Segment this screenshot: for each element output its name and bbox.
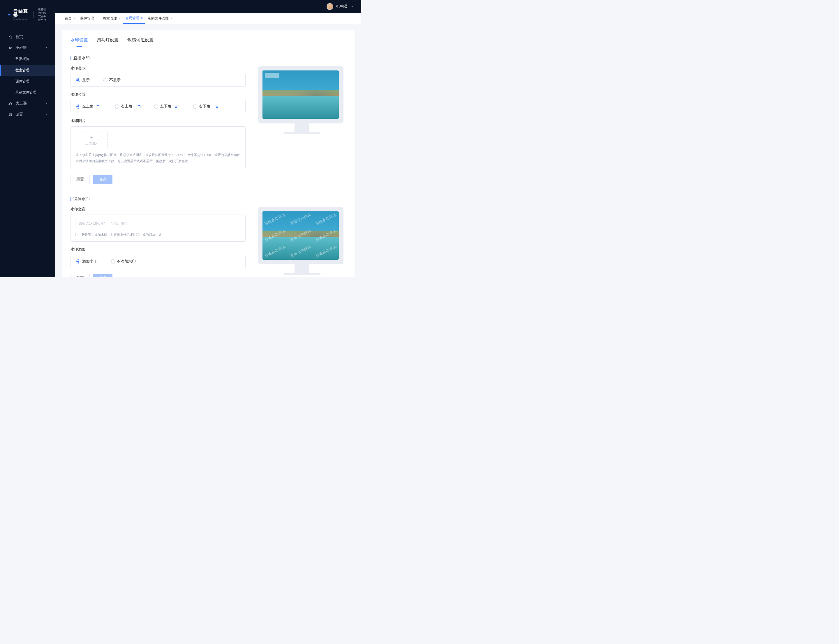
nav-big-class[interactable]: 大班课: [0, 98, 55, 109]
image-label: 水印图片: [71, 118, 246, 123]
save-button-2[interactable]: 保存: [93, 274, 112, 278]
top-header: 机构员: [55, 0, 361, 13]
radio-hide[interactable]: 不显示: [104, 78, 120, 83]
user-dropdown[interactable]: [351, 5, 354, 8]
chevron-down-icon: [45, 112, 48, 117]
section-live-watermark-title: 直播水印: [71, 56, 346, 61]
logo-domain: yunduoketang.com: [13, 18, 28, 20]
users-icon: [8, 46, 13, 50]
radio-bottom-right[interactable]: 右下角: [193, 104, 218, 109]
nav-settings[interactable]: 设置: [0, 109, 55, 120]
reset-button[interactable]: 重置: [71, 175, 90, 184]
upload-button[interactable]: + 上传图片: [76, 131, 107, 149]
username: 机构员: [336, 4, 348, 9]
display-label: 水印显示: [71, 66, 246, 71]
chevron-down-icon: [45, 101, 48, 106]
display-options: 显示 不显示: [71, 74, 246, 87]
nav-recording-manage[interactable]: 录制文件管理: [0, 87, 55, 98]
nav-classroom-manage[interactable]: 教室管理: [0, 65, 55, 76]
upload-section: + 上传图片 注：水印只支持png格式图片，且必须为透明底。建议最佳图片尺寸：1…: [71, 127, 246, 169]
radio-bottom-left[interactable]: 左下角: [154, 104, 179, 109]
section-courseware-watermark-title: 课件水印: [71, 197, 346, 202]
logo: 云朵直播 yunduoketang.com 教育机构一站 式服务云平台: [0, 0, 55, 28]
preview-screen-2: 直播水印样本直播水印样本直播水印样本 直播水印样本直播水印样本直播水印样本 直播…: [262, 211, 339, 260]
position-options: 左上角 右上角 左下角 右下角: [71, 100, 246, 113]
gear-icon: [8, 112, 13, 117]
tab-global[interactable]: 全局管理×: [123, 13, 145, 23]
tab-recording[interactable]: 录制文件管理×: [146, 13, 174, 24]
nav-courseware-manage[interactable]: 课件管理: [0, 76, 55, 87]
subtab-sensitive[interactable]: 敏感词汇设置: [127, 37, 153, 47]
pos-br-icon: [214, 105, 218, 108]
pos-tl-icon: [97, 105, 101, 108]
radio-top-right[interactable]: 右上角: [115, 104, 140, 109]
reset-button-2[interactable]: 重置: [71, 274, 90, 278]
chevron-up-icon: [45, 46, 48, 50]
tab-courseware[interactable]: 课件管理×: [78, 13, 100, 24]
sub-tabs: 水印设置 跑马灯设置 敏感词汇设置: [71, 37, 346, 47]
svg-point-2: [11, 47, 12, 48]
page-tabs: 首页× 课件管理× 教室管理× 全局管理× 录制文件管理×: [55, 13, 361, 24]
logo-name: 云朵直播: [13, 9, 28, 18]
avatar[interactable]: [326, 3, 333, 10]
nav-data-overview[interactable]: 数据概览: [0, 54, 55, 65]
close-icon[interactable]: ×: [96, 17, 97, 20]
upload-hint: 注：水印只支持png格式图片，且必须为透明底。建议最佳图片尺寸：174*80，大…: [76, 152, 240, 164]
nav-home[interactable]: 首页: [0, 31, 55, 43]
sidebar: 云朵直播 yunduoketang.com 教育机构一站 式服务云平台 首页 小…: [0, 0, 55, 277]
tab-home[interactable]: 首页×: [63, 13, 77, 24]
svg-point-4: [9, 103, 9, 104]
plus-icon: +: [90, 135, 93, 141]
pos-tr-icon: [136, 105, 140, 108]
main: 机构员 首页× 课件管理× 教室管理× 全局管理× 录制文件管理× 水印设置 跑…: [55, 0, 361, 277]
close-icon[interactable]: ×: [141, 16, 143, 20]
add-options: 添加水印 不添加水印: [71, 255, 246, 268]
text-hint: 注：若设置为添加水印，对直播上传的课件和生成的回放生效: [75, 232, 241, 238]
position-label: 水印位置: [71, 92, 246, 97]
group-icon: [8, 101, 13, 106]
svg-point-5: [11, 103, 12, 104]
text-label: 水印文案: [71, 207, 246, 212]
preview-monitor-courseware: 直播水印样本直播水印样本直播水印样本 直播水印样本直播水印样本直播水印样本 直播…: [258, 207, 343, 264]
close-icon[interactable]: ×: [73, 17, 75, 20]
add-label: 水印添加: [71, 247, 246, 252]
close-icon[interactable]: ×: [119, 17, 120, 20]
svg-point-1: [9, 47, 10, 48]
close-icon[interactable]: ×: [170, 17, 172, 20]
preview-screen: [262, 71, 339, 119]
radio-show[interactable]: 显示: [76, 78, 90, 83]
subtab-watermark[interactable]: 水印设置: [71, 37, 88, 47]
home-icon: [8, 35, 13, 39]
watermark-text-input[interactable]: [75, 219, 140, 228]
subtab-marquee[interactable]: 跑马灯设置: [97, 37, 119, 47]
watermark-preview-box: [265, 73, 279, 78]
pos-bl-icon: [175, 105, 179, 108]
preview-monitor-live: [258, 66, 343, 123]
sidebar-nav: 首页 小班课 数据概览 教室管理 课件管理 录制文件管理 大班课 设置: [0, 28, 55, 120]
save-button[interactable]: 保存: [93, 175, 112, 184]
text-input-section: 注：若设置为添加水印，对直播上传的课件和生成的回放生效: [71, 215, 246, 242]
radio-add-yes[interactable]: 添加水印: [76, 259, 97, 264]
svg-point-6: [10, 114, 11, 115]
cloud-logo-icon: [8, 12, 11, 17]
svg-point-3: [10, 102, 11, 104]
tab-classroom[interactable]: 教室管理×: [101, 13, 122, 24]
nav-small-class[interactable]: 小班课: [0, 43, 55, 54]
radio-top-left[interactable]: 左上角: [76, 104, 101, 109]
radio-add-no[interactable]: 不添加水印: [111, 259, 136, 264]
settings-panel: 水印设置 跑马灯设置 敏感词汇设置 直播水印 水印显示 显示 不显示 水印位置: [62, 30, 355, 278]
